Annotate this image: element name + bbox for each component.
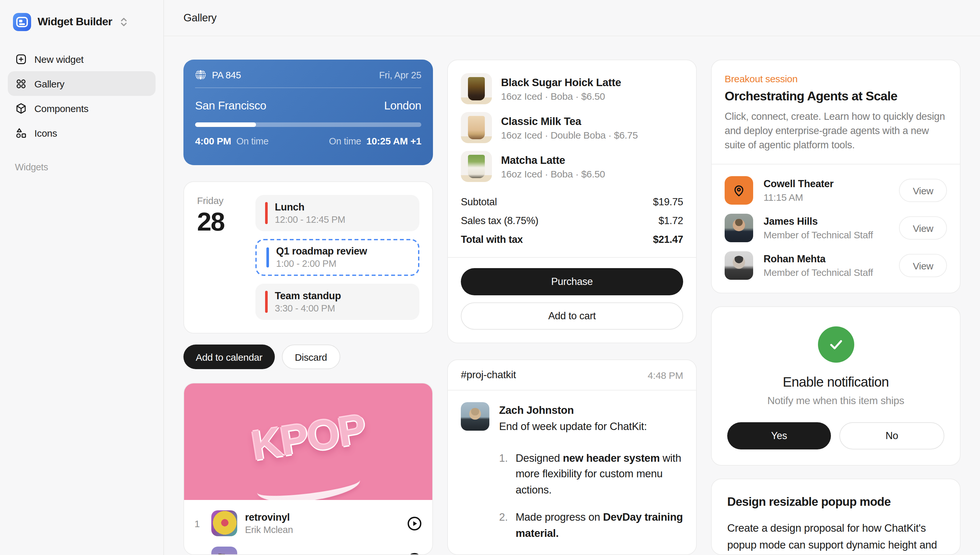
chevron-up-down-icon[interactable] <box>120 17 128 27</box>
event-team-standup[interactable]: Team standup 3:30 - 4:00 PM <box>255 283 419 320</box>
airline-globe-icon <box>195 69 206 80</box>
breakout-session-widget: Breakout session Orchestrating Agents at… <box>711 59 961 294</box>
boba-order-widget: Black Sugar Hoick Latte 16oz Iced · Boba… <box>447 59 697 343</box>
sidebar-item-icons[interactable]: Icons <box>8 120 156 145</box>
sidebar-item-new-widget[interactable]: New widget <box>8 47 156 71</box>
drink-photo <box>461 73 492 104</box>
departure-time: 4:00 PM <box>195 135 231 146</box>
notification-actions: Yes No <box>727 422 945 449</box>
page-title: Gallery <box>183 12 216 24</box>
play-circle-icon <box>407 552 422 555</box>
topbar: Gallery <box>164 0 980 36</box>
app-logo-icon <box>13 13 31 31</box>
message-timestamp: 4:48 PM <box>648 369 684 380</box>
event-lunch[interactable]: Lunch 12:00 - 12:45 PM <box>255 195 419 231</box>
list-item: 2. Made progress on DevDay training mate… <box>499 509 683 541</box>
summary-row-subtotal: Subtotal$19.75 <box>461 196 683 208</box>
main-area: Gallery <box>163 0 980 555</box>
play-button[interactable] <box>407 516 422 531</box>
day-name: Friday <box>197 195 245 206</box>
track-row[interactable]: 2 Neon Polaroid <box>195 541 422 555</box>
chat-header: #proj-chatkit 4:48 PM <box>448 360 696 390</box>
purchase-button[interactable]: Purchase <box>461 268 683 295</box>
sidebar: Widget Builder New widget Gallery Compon… <box>0 0 163 555</box>
sidebar-section-widgets: Widgets <box>15 162 156 172</box>
screen: Widget Builder New widget Gallery Compon… <box>0 0 980 555</box>
message-intro: End of week update for ChatKit: <box>499 419 683 435</box>
calendar-actions: Add to calendar Discard <box>183 345 433 369</box>
location-tile <box>725 176 753 205</box>
view-button[interactable]: View <box>899 254 947 277</box>
divider <box>712 164 960 165</box>
map-pin-icon <box>732 183 746 197</box>
gallery-dots-icon <box>15 77 27 90</box>
task-widget: Design resizable popup mode Create a des… <box>711 479 961 555</box>
app-switcher[interactable]: Widget Builder <box>8 9 156 35</box>
view-button[interactable]: View <box>899 216 947 240</box>
arrival-time: 10:25 AM +1 <box>366 135 421 146</box>
flight-route: San Francisco London <box>195 99 421 113</box>
app-title: Widget Builder <box>38 16 112 29</box>
yes-button[interactable]: Yes <box>727 422 831 449</box>
sidebar-item-label: Icons <box>34 127 57 138</box>
session-description: Click, connect, create. Learn how to qui… <box>725 109 947 152</box>
session-title: Orchestrating Agents at Scale <box>725 89 947 104</box>
summary-row-total: Total with tax$21.47 <box>461 234 683 245</box>
cover-swoosh-graphic <box>255 466 361 500</box>
widget-builder-app: Widget Builder New widget Gallery Compon… <box>0 0 980 555</box>
album-art <box>211 510 237 536</box>
sidebar-item-gallery[interactable]: Gallery <box>8 71 156 96</box>
track-list: 1 retrovinyl Erik Mclean <box>184 500 432 555</box>
chat-message: Zach Johnston End of week update for Cha… <box>448 390 696 555</box>
list-item: 1. Designed new header system with more … <box>499 450 683 498</box>
gallery-content: PA 845 Fri, Apr 25 San Francisco London … <box>164 36 980 555</box>
session-speaker-row: James Hills Member of Technical Staff Vi… <box>725 214 947 242</box>
add-to-calendar-button[interactable]: Add to calendar <box>183 345 275 369</box>
flight-progress-bar <box>195 122 421 127</box>
avatar <box>725 251 753 280</box>
flight-times: 4:00 PM On time On time 10:25 AM +1 <box>195 135 421 146</box>
event-q1-roadmap-review[interactable]: Q1 roadmap review 1:00 - 2:00 PM <box>255 239 419 276</box>
message-author: Zach Johnston <box>499 402 683 419</box>
channel-name: #proj-chatkit <box>461 369 516 381</box>
discard-button[interactable]: Discard <box>282 345 340 369</box>
notification-title: Enable notification <box>783 374 888 390</box>
calendar-day-widget: Friday 28 Lunch 12:00 - 12:45 PM Q1 road… <box>183 181 433 334</box>
sidebar-item-label: Gallery <box>34 78 64 89</box>
calendar-date: Friday 28 <box>197 195 245 320</box>
playlist-cover-image: KPOP <box>184 383 432 500</box>
avatar <box>725 214 753 242</box>
departure-status: On time <box>236 136 268 146</box>
track-row[interactable]: 1 retrovinyl Erik Mclean <box>195 505 422 541</box>
message-list: 1. Designed new header system with more … <box>499 450 683 555</box>
order-item: Black Sugar Hoick Latte 16oz Iced · Boba… <box>461 73 683 104</box>
flight-number: PA 845 <box>212 70 241 80</box>
event-color-bar <box>265 290 268 313</box>
play-circle-icon <box>407 516 422 531</box>
column-3: Breakout session Orchestrating Agents at… <box>711 59 961 555</box>
avatar <box>461 402 489 431</box>
no-button[interactable]: No <box>839 422 945 449</box>
column-1: PA 845 Fri, Apr 25 San Francisco London … <box>183 59 433 555</box>
shapes-icon <box>15 127 27 139</box>
order-summary: Subtotal$19.75 Sales tax (8.75%)$1.72 To… <box>461 196 683 245</box>
notification-subtitle: Notify me when this item ships <box>768 395 904 407</box>
square-plus-icon <box>15 53 27 65</box>
summary-row-tax: Sales tax (8.75%)$1.72 <box>461 215 683 227</box>
sidebar-item-components[interactable]: Components <box>8 96 156 120</box>
play-button[interactable] <box>407 552 422 555</box>
origin-city: San Francisco <box>195 99 266 113</box>
flight-progress-fill <box>195 122 256 127</box>
day-number: 28 <box>197 207 245 236</box>
sidebar-item-label: Components <box>34 103 89 114</box>
destination-city: London <box>384 99 421 113</box>
session-eyebrow: Breakout session <box>725 73 947 84</box>
session-location-row: Cowell Theater 11:15 AM View <box>725 176 947 205</box>
flight-status-widget: PA 845 Fri, Apr 25 San Francisco London … <box>183 59 433 165</box>
column-2: Black Sugar Hoick Latte 16oz Iced · Boba… <box>447 59 697 555</box>
session-speaker-row: Rohan Mehta Member of Technical Staff Vi… <box>725 251 947 280</box>
divider <box>448 257 696 258</box>
event-color-bar <box>266 248 269 268</box>
view-button[interactable]: View <box>899 179 947 202</box>
add-to-cart-button[interactable]: Add to cart <box>461 302 683 330</box>
